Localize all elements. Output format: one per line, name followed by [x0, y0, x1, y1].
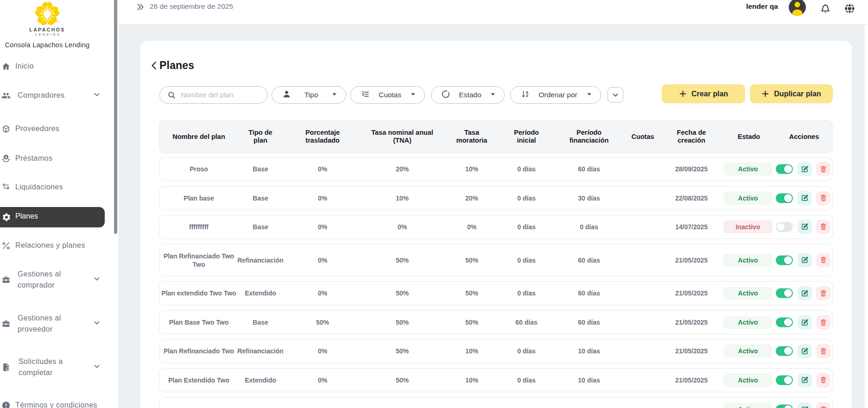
svg-text:$: $ [5, 155, 7, 159]
